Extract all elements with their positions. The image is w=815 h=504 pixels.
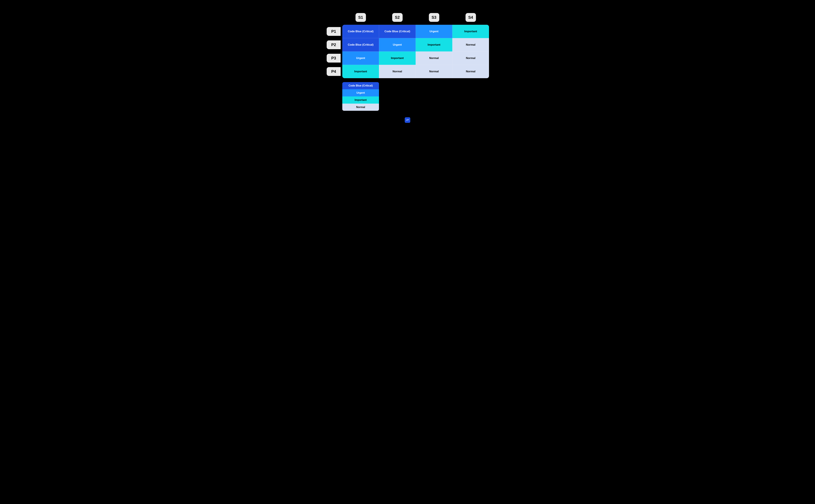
matrix-cell-p1-s3: Urgent bbox=[416, 25, 452, 38]
matrix-cell-p2-s4: Normal bbox=[452, 38, 489, 51]
matrix-cell-p1-s1: Code Blue (Critical) bbox=[342, 25, 379, 38]
matrix-cell-p4-s2: Normal bbox=[379, 65, 416, 78]
matrix-cell-p2-s2: Urgent bbox=[379, 38, 416, 51]
matrix-cell-p2-s1: Code Blue (Critical) bbox=[342, 38, 379, 51]
legend-item-codeblue: Code Blue (Critical) bbox=[342, 82, 379, 89]
header-spacer bbox=[326, 13, 342, 22]
priority-badge-wrap: P3 bbox=[326, 51, 342, 65]
matrix-row: P3 Urgent Important Normal Normal bbox=[326, 51, 489, 65]
severity-header-s2: S2 bbox=[392, 13, 402, 22]
brand-logo-icon bbox=[405, 117, 410, 123]
matrix-row: P2 Code Blue (Critical) Urgent Important… bbox=[326, 38, 489, 51]
matrix-cell-p1-s2: Code Blue (Critical) bbox=[379, 25, 416, 38]
matrix-cell-p4-s3: Normal bbox=[416, 65, 452, 78]
matrix-cell-p3-s3: Normal bbox=[416, 51, 452, 65]
priority-matrix: S1 S2 S3 S4 P1 Code Blue (Critical) Code… bbox=[326, 13, 489, 111]
matrix-row: P1 Code Blue (Critical) Code Blue (Criti… bbox=[326, 25, 489, 38]
legend-item-important: Important bbox=[342, 96, 379, 104]
severity-header-s3: S3 bbox=[429, 13, 439, 22]
priority-header-p4: P4 bbox=[327, 67, 341, 76]
legend-item-normal: Normal bbox=[342, 104, 379, 111]
severity-header-s4: S4 bbox=[466, 13, 476, 22]
matrix-grid: P1 Code Blue (Critical) Code Blue (Criti… bbox=[326, 25, 489, 78]
matrix-row: P4 Important Normal Normal Normal bbox=[326, 65, 489, 78]
priority-badge-wrap: P1 bbox=[326, 25, 342, 38]
matrix-cell-p4-s1: Important bbox=[342, 65, 379, 78]
severity-header-s1: S1 bbox=[355, 13, 366, 22]
priority-badge-wrap: P2 bbox=[326, 38, 342, 51]
matrix-cell-p3-s1: Urgent bbox=[342, 51, 379, 65]
matrix-cell-p4-s4: Normal bbox=[452, 65, 489, 78]
priority-header-p1: P1 bbox=[327, 27, 341, 36]
priority-header-p3: P3 bbox=[327, 54, 341, 63]
matrix-cell-p3-s4: Normal bbox=[452, 51, 489, 65]
legend-item-urgent: Urgent bbox=[342, 89, 379, 96]
matrix-cell-p3-s2: Important bbox=[379, 51, 416, 65]
priority-badge-wrap: P4 bbox=[326, 65, 342, 78]
legend: Code Blue (Critical) Urgent Important No… bbox=[342, 82, 379, 111]
matrix-cell-p2-s3: Important bbox=[416, 38, 452, 51]
matrix-cell-p1-s4: Important bbox=[452, 25, 489, 38]
severity-header-row: S1 S2 S3 S4 bbox=[326, 13, 489, 22]
priority-header-p2: P2 bbox=[327, 40, 341, 49]
